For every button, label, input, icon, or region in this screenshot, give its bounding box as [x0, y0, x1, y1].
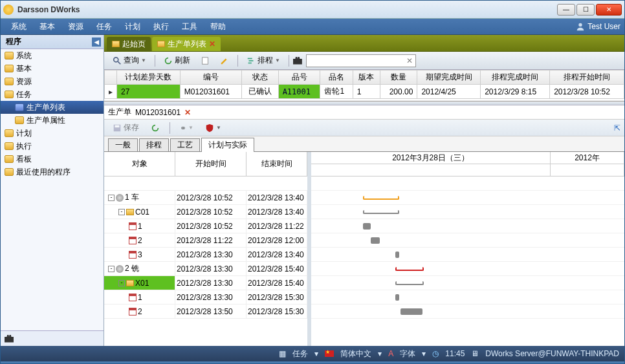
tab[interactable]: 起始页	[107, 37, 151, 51]
close-button[interactable]: ✕	[596, 4, 622, 16]
sidebar-item[interactable]: 执行	[1, 140, 104, 153]
grid-col[interactable]: 状态	[242, 70, 278, 85]
sidebar-item[interactable]: 系统	[1, 49, 104, 62]
search-input[interactable]	[309, 56, 406, 65]
gantt-bar[interactable]	[363, 210, 399, 214]
gantt-row	[311, 262, 624, 276]
task-row[interactable]: 12012/3/28 13:302012/3/28 15:30	[104, 290, 307, 305]
gantt-bar[interactable]	[363, 196, 399, 200]
sidebar-item[interactable]: 计划	[1, 127, 104, 140]
menu-系统[interactable]: 系统	[5, 19, 33, 35]
binoculars-icon[interactable]	[5, 335, 14, 343]
grid-col[interactable]: 排程完成时间	[481, 70, 550, 85]
tree-toggle[interactable]: -	[108, 195, 115, 201]
svg-rect-8	[115, 125, 120, 127]
gantt-bar[interactable]	[400, 308, 422, 315]
grid-col[interactable]: 数量	[380, 70, 417, 85]
gantt-body[interactable]	[311, 177, 624, 346]
menu-计划[interactable]: 计划	[118, 19, 147, 35]
subtab[interactable]: 工艺	[170, 138, 200, 151]
save-button[interactable]: 保存	[108, 121, 144, 135]
task-row[interactable]: 22012/3/28 13:502012/3/28 15:30	[104, 305, 307, 319]
menu-帮助[interactable]: 帮助	[204, 19, 232, 35]
user-icon	[576, 22, 585, 31]
sidebar-header: 程序 ◀	[1, 35, 104, 49]
sidebar-item[interactable]: 生产单列表	[1, 101, 104, 114]
task-row[interactable]: 12012/3/28 10:522012/3/28 11:22	[104, 219, 307, 233]
tree-toggle[interactable]: -	[118, 209, 125, 215]
task-row[interactable]: -2 铣2012/3/28 13:302012/3/28 15:40	[104, 262, 307, 276]
menu-执行[interactable]: 执行	[147, 19, 175, 35]
menu-基本[interactable]: 基本	[33, 19, 61, 35]
grid-row[interactable]: ▸27M012031601已确认A11001齿轮11200.002012/4/2…	[105, 85, 624, 99]
task-row[interactable]: 22012/3/28 11:222012/3/28 12:00	[104, 233, 307, 248]
subtab[interactable]: 一般	[108, 138, 138, 151]
refresh-button[interactable]: 刷新	[159, 54, 195, 68]
binoculars-icon[interactable]	[293, 57, 302, 65]
gantt-row	[311, 233, 624, 248]
menu-任务[interactable]: 任务	[90, 19, 118, 35]
task-row[interactable]: -1 车2012/3/28 10:522012/3/28 13:40	[104, 191, 307, 205]
tab-icon	[157, 41, 165, 47]
edit-button[interactable]	[215, 54, 234, 68]
sidebar-item[interactable]: 生产单属性	[1, 114, 104, 127]
menu-工具[interactable]: 工具	[175, 19, 204, 35]
menubar: 系统基本资源任务计划执行工具帮助 Test User	[1, 19, 624, 35]
schedule-button[interactable]: 排程 ▼	[242, 54, 285, 68]
subtab[interactable]: 排程	[139, 138, 169, 151]
status-server[interactable]: DWorks Server@FUNWAY-THINKPAD	[485, 349, 619, 358]
svg-line-2	[118, 61, 120, 63]
gantt-icon	[247, 56, 256, 65]
minimize-button[interactable]: —	[557, 4, 575, 16]
tab[interactable]: 生产单列表✕	[152, 37, 221, 51]
grid-col[interactable]: 期望完成时间	[417, 70, 481, 85]
grid-col[interactable]: 版本	[353, 70, 380, 85]
sidebar-item[interactable]: 资源	[1, 75, 104, 88]
grid-col[interactable]: 计划差异天数	[117, 70, 181, 85]
task-row[interactable]: -X012012/3/28 13:302012/3/28 15:40	[104, 276, 307, 290]
gantt-bar[interactable]	[395, 252, 399, 258]
status-font[interactable]: 字体	[400, 348, 415, 359]
sidebar: 程序 ◀ 系统基本资源任务生产单列表生产单属性计划执行看板最近使用的程序	[1, 35, 104, 346]
toolbar: 查询 ▼ 刷新 排程 ▼ ✕	[104, 52, 624, 70]
shield-button[interactable]: ▼	[201, 121, 226, 135]
sidebar-item[interactable]: 看板	[1, 153, 104, 166]
refresh-button[interactable]	[146, 121, 164, 135]
clear-search-icon[interactable]: ✕	[406, 56, 413, 65]
subtab[interactable]: 计划与实际	[201, 138, 254, 152]
grid-col[interactable]: 编号	[180, 70, 242, 85]
sidebar-item[interactable]: 最近使用的程序	[1, 166, 104, 178]
status-task[interactable]: 任务	[292, 348, 308, 359]
search-button[interactable]: 查询 ▼	[108, 54, 151, 68]
gantt-row	[311, 290, 624, 305]
new-button[interactable]	[196, 54, 214, 68]
tree-toggle[interactable]: -	[118, 280, 125, 286]
user-box[interactable]: Test User	[576, 22, 620, 31]
gantt-bar[interactable]	[395, 267, 424, 271]
sidebar-item[interactable]: 任务	[1, 88, 104, 101]
grid-col[interactable]: 品名	[320, 70, 353, 85]
detail-close-button[interactable]: ✕	[184, 108, 191, 117]
tree-toggle[interactable]: -	[108, 266, 115, 272]
sidebar-item[interactable]: 基本	[1, 62, 104, 75]
task-row[interactable]: -C012012/3/28 10:522012/3/28 13:40	[104, 205, 307, 219]
link-button[interactable]: ⚭▼	[175, 121, 198, 135]
gantt-bar[interactable]	[371, 237, 380, 244]
maximize-button[interactable]: ☐	[576, 4, 595, 16]
gantt-bar[interactable]	[395, 281, 424, 285]
grid-col[interactable]: 品号	[278, 70, 320, 85]
popout-button[interactable]: ⇱	[614, 123, 620, 133]
gantt-bar[interactable]	[395, 294, 399, 301]
task-row[interactable]: 32012/3/28 13:302012/3/28 13:40	[104, 248, 307, 262]
sidebar-collapse-button[interactable]: ◀	[92, 37, 101, 47]
grid-col[interactable]: 排程开始时间	[550, 70, 624, 85]
status-lang[interactable]: 简体中文	[340, 348, 371, 359]
menu-资源[interactable]: 资源	[61, 19, 90, 35]
tab-close-icon[interactable]: ✕	[209, 39, 215, 48]
status-time: 11:45	[445, 349, 465, 358]
task-body[interactable]: -1 车2012/3/28 10:522012/3/28 13:40-C0120…	[104, 177, 307, 346]
search-box[interactable]: ✕	[306, 54, 416, 67]
gantt-bar[interactable]	[363, 223, 371, 230]
svg-rect-5	[248, 60, 253, 61]
folder-icon	[15, 116, 24, 124]
